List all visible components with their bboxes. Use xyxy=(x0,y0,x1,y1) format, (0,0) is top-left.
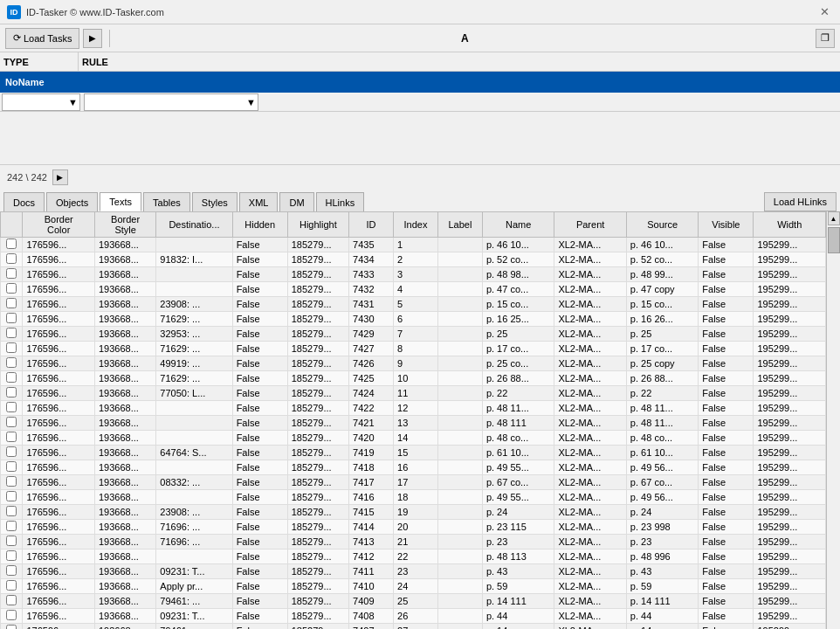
row-checkbox[interactable] xyxy=(1,371,23,386)
scroll-thumb[interactable] xyxy=(828,227,840,253)
source-cell: p. 52 co... xyxy=(626,252,698,267)
row-checkbox[interactable] xyxy=(1,490,23,505)
row-checkbox[interactable] xyxy=(1,282,23,297)
highlight-cell: 185279... xyxy=(287,520,348,535)
row-checkbox[interactable] xyxy=(1,579,23,594)
table-row[interactable]: 176596... 193668... 08332: ... False 185… xyxy=(1,475,826,490)
table-row[interactable]: 176596... 193668... False 185279... 7412… xyxy=(1,550,826,564)
border-style-cell: 193668... xyxy=(94,371,155,386)
close-button[interactable]: ✕ xyxy=(816,3,833,21)
row-checkbox[interactable] xyxy=(1,475,23,490)
tab-xml[interactable]: XML xyxy=(239,192,279,211)
table-row[interactable]: 176596... 193668... False 185279... 7433… xyxy=(1,267,826,282)
nav-small-button[interactable]: ▶ xyxy=(52,169,68,185)
row-checkbox[interactable] xyxy=(1,356,23,371)
table-row[interactable]: 176596... 193668... False 185279... 7432… xyxy=(1,282,826,297)
row-checkbox[interactable] xyxy=(1,252,23,267)
hidden-cell: False xyxy=(232,564,287,579)
table-row[interactable]: 176596... 193668... False 185279... 7420… xyxy=(1,431,826,446)
name-cell: p. 48 111 xyxy=(482,416,554,431)
row-checkbox[interactable] xyxy=(1,327,23,342)
table-row[interactable]: 176596... 193668... 23908: ... False 185… xyxy=(1,505,826,520)
row-checkbox[interactable] xyxy=(1,401,23,416)
row-checkbox[interactable] xyxy=(1,535,23,550)
table-row[interactable]: 176596... 193668... 71696: ... False 185… xyxy=(1,535,826,550)
highlight-cell: 185279... xyxy=(287,579,348,594)
table-row[interactable]: 176596... 193668... 09231: T... False 18… xyxy=(1,564,826,579)
destination-cell xyxy=(156,267,232,282)
row-checkbox[interactable] xyxy=(1,312,23,327)
row-checkbox[interactable] xyxy=(1,267,23,282)
visible-cell: False xyxy=(699,535,754,550)
table-row[interactable]: 176596... 193668... 64764: S... False 18… xyxy=(1,446,826,460)
table-row[interactable]: 176596... 193668... 49919: ... False 185… xyxy=(1,356,826,371)
visible-cell: False xyxy=(699,327,754,342)
row-checkbox[interactable] xyxy=(1,550,23,564)
table-row[interactable]: 176596... 193668... 09231: T... False 18… xyxy=(1,609,826,624)
table-row[interactable]: 176596... 193668... 77050: L... False 18… xyxy=(1,386,826,401)
row-checkbox[interactable] xyxy=(1,609,23,624)
row-checkbox[interactable] xyxy=(1,505,23,520)
table-row[interactable]: 176596... 193668... 23908: ... False 185… xyxy=(1,297,826,312)
type-dropdown[interactable]: ▼ xyxy=(2,93,80,111)
row-checkbox[interactable] xyxy=(1,460,23,475)
scroll-up-button[interactable]: ▲ xyxy=(828,211,840,225)
name-cell: p. 16 25... xyxy=(482,312,554,327)
table-row[interactable]: 176596... 193668... Apply pr... False 18… xyxy=(1,579,826,594)
tab-hlinks[interactable]: HLinks xyxy=(316,192,365,211)
name-cell: p. 14 xyxy=(482,624,554,630)
table-row[interactable]: 176596... 193668... 71629: ... False 185… xyxy=(1,342,826,356)
row-checkbox[interactable] xyxy=(1,416,23,431)
width-cell: 195299... xyxy=(754,579,826,594)
table-row[interactable]: 176596... 193668... False 185279... 7421… xyxy=(1,416,826,431)
row-checkbox[interactable] xyxy=(1,386,23,401)
tab-docs[interactable]: Docs xyxy=(3,192,45,211)
table-row[interactable]: 176596... 193668... False 185279... 7435… xyxy=(1,238,826,252)
row-checkbox[interactable] xyxy=(1,342,23,356)
border-style-cell: 193668... xyxy=(94,386,155,401)
destination-cell: 23908: ... xyxy=(156,297,232,312)
row-checkbox[interactable] xyxy=(1,297,23,312)
tab-texts[interactable]: Texts xyxy=(100,192,141,211)
tab-tables[interactable]: Tables xyxy=(143,192,190,211)
row-checkbox[interactable] xyxy=(1,431,23,446)
table-row[interactable]: 176596... 193668... 71629: ... False 185… xyxy=(1,312,826,327)
visible-cell: False xyxy=(699,356,754,371)
restore-button[interactable]: ❐ xyxy=(816,29,835,48)
nav-forward-button[interactable]: ▶ xyxy=(83,29,102,48)
destination-cell xyxy=(156,431,232,446)
table-row[interactable]: 176596... 193668... 79461: ... False 185… xyxy=(1,624,826,630)
noname-row[interactable]: NoName xyxy=(0,72,840,93)
row-checkbox[interactable] xyxy=(1,446,23,460)
row-checkbox[interactable] xyxy=(1,594,23,609)
tab-objects[interactable]: Objects xyxy=(46,192,98,211)
rule-dropdown[interactable]: ▼ xyxy=(84,93,258,111)
visible-cell: False xyxy=(699,431,754,446)
table-row[interactable]: 176596... 193668... False 185279... 7418… xyxy=(1,460,826,475)
name-cell: p. 25 co... xyxy=(482,356,554,371)
table-row[interactable]: 176596... 193668... False 185279... 7422… xyxy=(1,401,826,416)
name-cell: p. 48 113 xyxy=(482,550,554,564)
table-row[interactable]: 176596... 193668... 71629: ... False 185… xyxy=(1,371,826,386)
table-row[interactable]: 176596... 193668... False 185279... 7416… xyxy=(1,490,826,505)
table-row[interactable]: 176596... 193668... 71696: ... False 185… xyxy=(1,520,826,535)
label-cell xyxy=(437,505,482,520)
tab-dm[interactable]: DM xyxy=(279,192,313,211)
hidden-cell: False xyxy=(232,297,287,312)
vertical-scrollbar[interactable]: ▲ ▼ xyxy=(826,211,840,629)
highlight-cell: 185279... xyxy=(287,342,348,356)
border-style-cell: 193668... xyxy=(94,342,155,356)
tab-styles[interactable]: Styles xyxy=(192,192,238,211)
row-checkbox[interactable] xyxy=(1,624,23,630)
table-row[interactable]: 176596... 193668... 91832: I... False 18… xyxy=(1,252,826,267)
row-checkbox[interactable] xyxy=(1,238,23,252)
destination-cell: 64764: S... xyxy=(156,446,232,460)
row-checkbox[interactable] xyxy=(1,564,23,579)
visible-cell: False xyxy=(699,490,754,505)
row-checkbox[interactable] xyxy=(1,520,23,535)
table-row[interactable]: 176596... 193668... 79461: ... False 185… xyxy=(1,594,826,609)
load-tasks-button[interactable]: ⟳ Load Tasks xyxy=(5,28,79,49)
load-hlinks-button[interactable]: Load HLinks xyxy=(764,192,837,211)
table-row[interactable]: 176596... 193668... 32953: ... False 185… xyxy=(1,327,826,342)
parent-cell: XL2-MA... xyxy=(554,371,626,386)
